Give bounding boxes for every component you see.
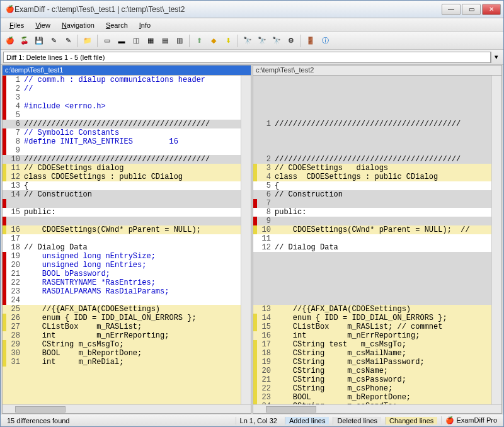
code-line[interactable]: 9 [3, 146, 241, 155]
code-line[interactable]: 18// Dialog Data [3, 243, 241, 252]
find-prev-icon[interactable]: 🔭 [270, 34, 284, 48]
save-icon[interactable]: 💾 [32, 34, 46, 48]
code-line[interactable] [253, 261, 491, 270]
code-line[interactable]: 8public: [253, 208, 491, 217]
code-line[interactable] [253, 146, 491, 155]
left-path[interactable]: c:\temp\Test\_test1 [3, 65, 251, 76]
code-line[interactable]: 5 [3, 111, 241, 120]
code-line[interactable]: 8#define INIT_RAS_ENTRIES 16 [3, 137, 241, 146]
apple-icon[interactable]: 🍎 [3, 34, 17, 48]
examdiff-pro-link[interactable]: 🍎 ExamDiff Pro [441, 416, 501, 424]
code-line[interactable]: 9 [253, 217, 491, 225]
code-line[interactable] [253, 270, 491, 278]
view-vertical-icon[interactable]: ◫ [129, 34, 143, 48]
code-line[interactable]: 3// CDOESettings dialogs [253, 164, 491, 173]
code-line[interactable]: 28 int m_nErrReporting; [3, 331, 241, 340]
view-bars-icon[interactable]: ▤ [158, 34, 172, 48]
code-line[interactable]: 29 CString m_csMsgTo; [3, 340, 241, 349]
find-next-icon[interactable]: 🔭 [255, 34, 269, 48]
code-line[interactable]: 14 enum { IDD = IDD_DIAL_ON_ERRORS }; [253, 314, 491, 322]
code-line[interactable] [3, 217, 241, 225]
code-line[interactable] [3, 402, 241, 404]
code-line[interactable]: 5{ [253, 181, 491, 190]
diamond-icon[interactable]: ◆ [207, 34, 220, 48]
code-line[interactable] [253, 76, 491, 84]
code-line[interactable]: 24 CString m_csSendTo; [253, 402, 491, 404]
left-hscrollbar[interactable] [3, 404, 251, 413]
code-line[interactable] [253, 252, 491, 261]
code-line[interactable]: 1///////////////////////////////////////… [253, 120, 491, 128]
exit-icon[interactable]: 🚪 [304, 34, 318, 48]
right-hscrollbar[interactable] [253, 404, 501, 413]
code-line[interactable]: 16 CDOESettings(CWnd* pParent = NULL); [3, 225, 241, 234]
code-line[interactable]: 23 RASDIALPARAMS RasDialParams; [3, 287, 241, 296]
left-vscrollbar[interactable] [241, 76, 251, 404]
close-button[interactable]: ✕ [482, 4, 501, 15]
view-horizontal-icon[interactable]: ▬ [115, 34, 129, 48]
code-line[interactable]: 13 //{{AFX_DATA(CDOESettings) [253, 305, 491, 314]
code-line[interactable]: 22 RASENTRYNAME *RasEntries; [3, 278, 241, 287]
view-color-icon[interactable]: ▥ [173, 34, 186, 48]
code-line[interactable] [253, 102, 491, 111]
edit-left-icon[interactable]: ✎ [47, 34, 60, 48]
code-line[interactable] [3, 367, 241, 375]
code-line[interactable]: 10//////////////////////////////////////… [3, 155, 241, 164]
code-line[interactable]: 4class CDOESettings : public CDialog [253, 173, 491, 181]
code-line[interactable]: 3 [3, 93, 241, 102]
code-line[interactable]: 11// CDOESettings dialog [3, 164, 241, 173]
code-line[interactable]: 17 CString test m_csMsgTo; [253, 340, 491, 349]
code-line[interactable]: 12// Dialog Data [253, 243, 491, 252]
code-line[interactable] [253, 278, 491, 287]
code-line[interactable]: 17 [3, 234, 241, 243]
code-line[interactable]: 2///////////////////////////////////////… [253, 155, 491, 164]
code-line[interactable] [3, 393, 241, 402]
menu-files[interactable]: Files [4, 20, 29, 30]
code-line[interactable]: 24 [3, 296, 241, 305]
code-line[interactable]: 23 BOOL m_bReportDone; [253, 393, 491, 402]
code-line[interactable] [253, 296, 491, 305]
code-line[interactable]: 19 unsigned long nEntrySize; [3, 252, 241, 261]
options-icon[interactable]: ⚙ [284, 34, 298, 48]
code-line[interactable]: 6///////////////////////////////////////… [3, 120, 241, 128]
right-code[interactable]: 1///////////////////////////////////////… [253, 76, 501, 404]
minimize-button[interactable]: — [442, 4, 461, 15]
code-line[interactable]: 10 CDOESettings(CWnd* pParent = NULL); /… [253, 225, 491, 234]
code-line[interactable]: 25 //{{AFX_DATA(CDOESettings) [3, 305, 241, 314]
code-line[interactable] [253, 287, 491, 296]
menu-search[interactable]: Search [101, 20, 133, 30]
code-line[interactable]: 6// Construction [253, 190, 491, 199]
code-line[interactable]: 18 CString m_csMailName; [253, 349, 491, 358]
diff-dropdown-icon[interactable]: ▾ [491, 52, 501, 63]
code-line[interactable]: 15 CListBox m_RASList; // commnet [253, 322, 491, 331]
edit-right-icon[interactable]: ✎ [61, 34, 75, 48]
code-line[interactable]: 13{ [3, 181, 241, 190]
right-vscrollbar[interactable] [491, 76, 501, 404]
code-line[interactable]: 4#include <errno.h> [3, 102, 241, 111]
left-code[interactable]: 1// comm.h : dialup communications heade… [3, 76, 251, 404]
code-line[interactable]: 26 enum { IDD = IDD_DIAL_ON_ERRORS }; [3, 314, 241, 322]
menu-view[interactable]: View [30, 20, 55, 30]
code-line[interactable]: 14// Construction [3, 190, 241, 199]
code-line[interactable]: 22 CString m_csPhone; [253, 384, 491, 393]
cherries-icon[interactable]: 🍒 [18, 34, 32, 48]
code-line[interactable]: 16 int m_nErrReporting; [253, 331, 491, 340]
code-line[interactable]: 7// Symbolic Constants [3, 128, 241, 137]
binoculars-icon[interactable]: 🔭 [241, 34, 255, 48]
code-line[interactable]: 7 [253, 199, 491, 208]
arrow-up-icon[interactable]: ⬆ [192, 34, 206, 48]
code-line[interactable] [253, 93, 491, 102]
code-line[interactable]: 1// comm.h : dialup communications heade… [3, 76, 241, 84]
code-line[interactable]: 21 CString m_csPassword; [253, 375, 491, 384]
code-line[interactable]: 27 CListBox m_RASList; [3, 322, 241, 331]
code-line[interactable] [3, 384, 241, 393]
code-line[interactable]: 20 CString m_csName; [253, 367, 491, 375]
code-line[interactable]: 21 BOOL bPassword; [3, 270, 241, 278]
code-line[interactable]: 30 BOOL m_bReportDone; [3, 349, 241, 358]
view-grid-icon[interactable]: ▦ [144, 34, 158, 48]
code-line[interactable]: 20 unsigned long nEntries; [3, 261, 241, 270]
code-line[interactable] [253, 84, 491, 93]
code-line[interactable] [253, 111, 491, 120]
code-line[interactable]: 31 int m_nReDial; [3, 358, 241, 367]
diff-select[interactable]: Diff 1: Delete lines 1 - 5 (left file) [3, 52, 491, 63]
maximize-button[interactable]: ▭ [462, 4, 481, 15]
